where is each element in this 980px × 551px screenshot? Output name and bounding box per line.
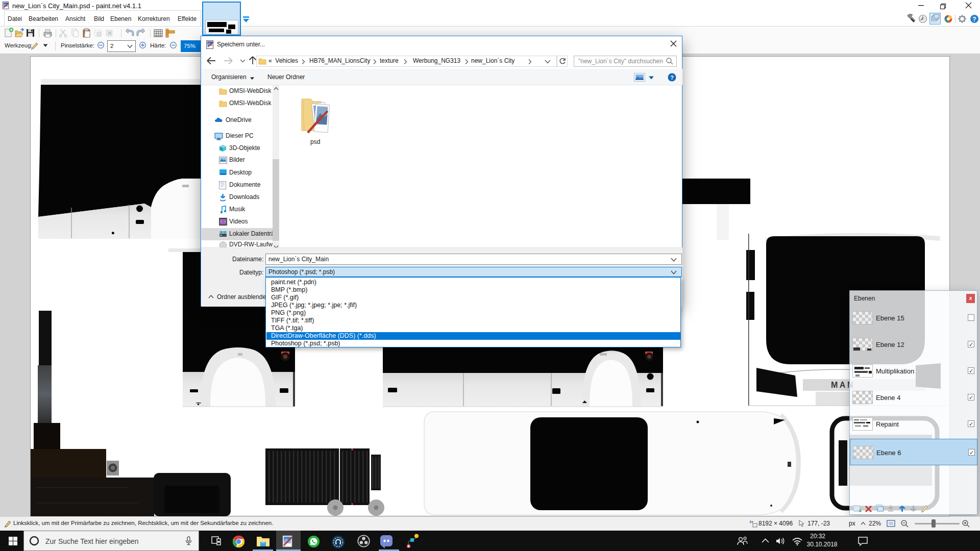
svg-text:?: ? <box>972 16 976 23</box>
svg-text:?: ? <box>670 74 674 81</box>
svg-text:+: + <box>859 508 862 513</box>
